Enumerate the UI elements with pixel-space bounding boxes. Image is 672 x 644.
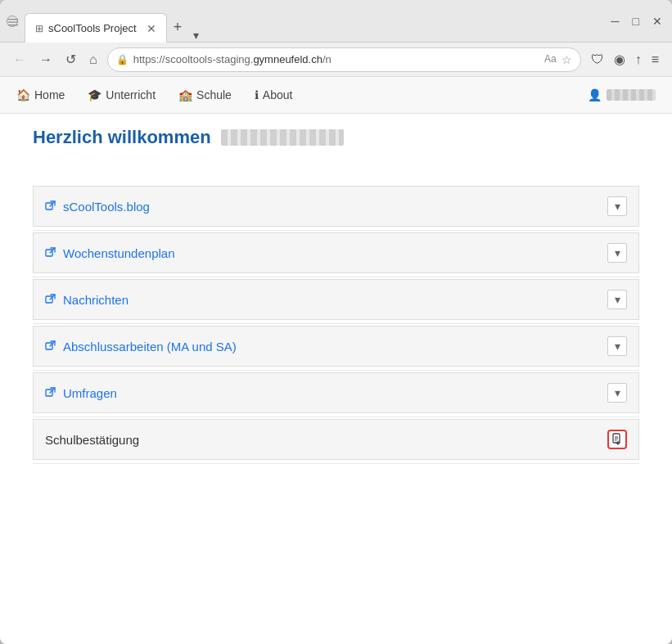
- about-nav-icon: ℹ: [255, 88, 259, 101]
- accordion-item-wochenstundenplan: Wochenstundenplan ▾: [33, 232, 639, 279]
- minimize-button[interactable]: ─: [608, 15, 623, 28]
- accordion-toggle-nachrichten[interactable]: ▾: [607, 290, 627, 309]
- accordion-item-scooltools-blog-box: sCoolTools.blog ▾: [33, 186, 639, 227]
- external-link-icon-umfragen: [45, 386, 56, 400]
- forward-button[interactable]: →: [36, 51, 56, 69]
- maximize-button[interactable]: □: [629, 15, 643, 28]
- accordion-left-abschlussarbeiten: Abschlussarbeiten (MA und SA): [45, 340, 237, 354]
- accordion-title-umfragen: Umfragen: [63, 386, 117, 400]
- accordion-title-nachrichten: Nachrichten: [63, 293, 129, 307]
- svg-rect-5: [46, 250, 52, 256]
- section-separator-2: [33, 169, 639, 186]
- accordion-item-umfragen: Umfragen ▾: [33, 372, 639, 419]
- accordion-toggle-umfragen[interactable]: ▾: [607, 383, 627, 403]
- svg-rect-11: [46, 390, 52, 396]
- svg-rect-3: [46, 203, 52, 209]
- accordion-left-umfragen: Umfragen: [45, 386, 117, 400]
- accordion-item-schulbestaetigung-box: Schulbestätigung: [33, 419, 639, 460]
- nav-home-label: Home: [34, 88, 65, 101]
- external-link-icon-wochenstundenplan: [45, 246, 56, 260]
- external-link-icon-scooltools-blog: [45, 200, 56, 214]
- nav-home[interactable]: 🏠 Home: [16, 88, 65, 101]
- share-icon[interactable]: ↑: [632, 50, 645, 69]
- window-action-buttons: ─ □ ✕: [608, 15, 665, 28]
- accordion-title-abschlussarbeiten: Abschlussarbeiten (MA und SA): [63, 340, 237, 354]
- nav-about[interactable]: ℹ About: [255, 88, 293, 101]
- user-name-placeholder: [607, 89, 656, 101]
- accordion-title-schulbestaetigung: Schulbestätigung: [45, 433, 139, 447]
- nav-schule-label: Schule: [196, 88, 232, 101]
- unterricht-nav-icon: 🎓: [88, 88, 101, 101]
- new-tab-button[interactable]: +: [167, 12, 189, 42]
- accordion-header-scooltools-blog[interactable]: sCoolTools.blog ▾: [34, 187, 638, 226]
- accordion-header-umfragen[interactable]: Umfragen ▾: [34, 373, 638, 412]
- accordion-item-abschlussarbeiten-box: Abschlussarbeiten (MA und SA) ▾: [33, 326, 639, 367]
- page-content: Herzlich willkommen: [0, 114, 672, 644]
- svg-rect-0: [8, 19, 18, 20]
- schule-nav-icon: 🏫: [178, 88, 192, 101]
- home-button[interactable]: ⌂: [86, 51, 101, 69]
- nav-about-label: About: [263, 88, 293, 101]
- accordion-toggle-wochenstundenplan[interactable]: ▾: [607, 243, 627, 263]
- nav-unterricht[interactable]: 🎓 Unterricht: [88, 88, 156, 101]
- url-prefix: https://scooltools-staging.: [133, 53, 254, 65]
- svg-rect-1: [8, 21, 18, 22]
- nav-schule[interactable]: 🏫 Schule: [178, 88, 232, 101]
- welcome-name-placeholder: [221, 129, 344, 146]
- accordion-header-wochenstundenplan[interactable]: Wochenstundenplan ▾: [34, 233, 638, 272]
- menu-icon[interactable]: ≡: [648, 50, 662, 69]
- item-sep-4: [33, 370, 639, 371]
- svg-rect-7: [46, 296, 52, 303]
- close-button[interactable]: ✕: [649, 15, 665, 28]
- tab-favicon-icon: ⊞: [35, 23, 43, 34]
- user-icon[interactable]: 👤: [588, 88, 602, 101]
- external-link-icon-abschlussarbeiten: [45, 340, 56, 354]
- browser-window: ⊞ sCoolTools Project ✕ + ▾ ─ □ ✕ ← → ↺ ⌂…: [0, 0, 672, 644]
- accordion-item-nachrichten: Nachrichten ▾: [33, 279, 639, 326]
- accordion-header-abschlussarbeiten[interactable]: Abschlussarbeiten (MA und SA) ▾: [34, 327, 638, 366]
- shield-icon[interactable]: 🛡: [588, 50, 607, 69]
- accordion-list: sCoolTools.blog ▾: [33, 186, 639, 466]
- accordion-left-scooltools-blog: sCoolTools.blog: [45, 200, 150, 214]
- address-bar: ← → ↺ ⌂ 🔒 https://scooltools-staging.gym…: [0, 43, 672, 77]
- item-sep-3: [33, 323, 639, 324]
- accordion-item-abschlussarbeiten: Abschlussarbeiten (MA und SA) ▾: [33, 326, 639, 372]
- translate-icon[interactable]: Aa: [544, 53, 557, 66]
- accordion-left-wochenstundenplan: Wochenstundenplan: [45, 246, 175, 260]
- accordion-title-scooltools-blog: sCoolTools.blog: [63, 200, 150, 214]
- item-sep-1: [33, 230, 639, 231]
- site-nav-wrapper: 🏠 Home 🎓 Unterricht 🏫 Schule ℹ About 👤: [0, 77, 672, 114]
- url-bar[interactable]: 🔒 https://scooltools-staging.gymneufeld.…: [107, 47, 581, 72]
- active-tab[interactable]: ⊞ sCoolTools Project ✕: [25, 13, 167, 43]
- bookmark-icon[interactable]: ☆: [562, 53, 572, 66]
- accordion-item-wochenstundenplan-box: Wochenstundenplan ▾: [33, 232, 639, 273]
- welcome-text: Herzlich willkommen: [33, 127, 211, 148]
- account-icon[interactable]: ◉: [611, 50, 629, 69]
- refresh-button[interactable]: ↺: [62, 50, 79, 69]
- accordion-item-schulbestaetigung: Schulbestätigung: [33, 419, 639, 466]
- lock-icon: 🔒: [116, 54, 129, 65]
- tab-dropdown-btn[interactable]: ▾: [188, 29, 204, 42]
- accordion-header-nachrichten[interactable]: Nachrichten ▾: [34, 280, 638, 319]
- accordion-header-schulbestaetigung[interactable]: Schulbestätigung: [34, 420, 638, 459]
- nav-unterricht-label: Unterricht: [106, 88, 156, 101]
- item-sep-5: [33, 417, 639, 417]
- accordion-toggle-schulbestaetigung[interactable]: [607, 430, 627, 449]
- svg-rect-9: [46, 343, 52, 349]
- accordion-toggle-scooltools-blog[interactable]: ▾: [607, 196, 627, 216]
- svg-rect-2: [8, 25, 18, 25]
- item-sep-2: [33, 277, 639, 277]
- welcome-heading: Herzlich willkommen: [33, 127, 639, 148]
- site-nav: 🏠 Home 🎓 Unterricht 🏫 Schule ℹ About 👤: [0, 77, 672, 113]
- back-button[interactable]: ←: [10, 51, 29, 69]
- accordion-toggle-abschlussarbeiten[interactable]: ▾: [607, 336, 627, 356]
- home-nav-icon: 🏠: [16, 88, 30, 101]
- url-action-icons: Aa ☆: [544, 53, 572, 66]
- accordion-item-scooltools-blog: sCoolTools.blog ▾: [33, 186, 639, 232]
- title-bar: ⊞ sCoolTools Project ✕ + ▾ ─ □ ✕: [0, 0, 672, 43]
- window-sidebar-btn[interactable]: [7, 16, 18, 27]
- tab-close-btn[interactable]: ✕: [147, 22, 156, 35]
- accordion-item-umfragen-box: Umfragen ▾: [33, 372, 639, 413]
- toolbar-icons: 🛡 ◉ ↑ ≡: [588, 50, 662, 69]
- accordion-left-schulbestaetigung: Schulbestätigung: [45, 433, 139, 447]
